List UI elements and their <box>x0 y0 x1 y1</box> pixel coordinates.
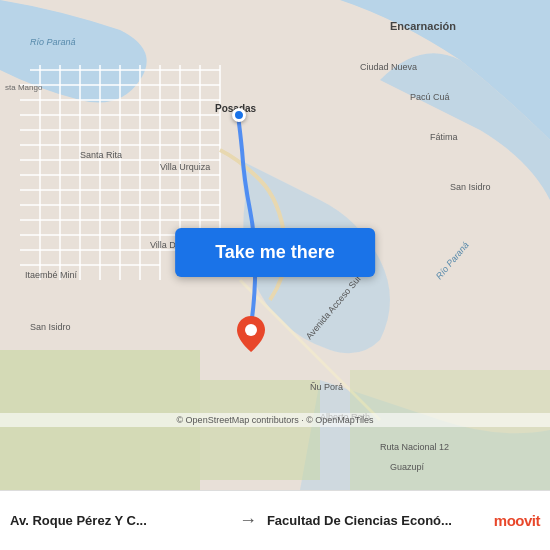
svg-text:sta Mango: sta Mango <box>5 83 43 92</box>
footer-to: Facultad De Ciencias Econó... <box>267 513 486 528</box>
moovit-logo: moovit <box>494 512 540 529</box>
svg-text:Encarnación: Encarnación <box>390 20 456 32</box>
svg-text:Fátima: Fátima <box>430 132 458 142</box>
svg-text:San Isidro: San Isidro <box>30 322 71 332</box>
from-place: Av. Roque Pérez Y C... <box>10 513 229 528</box>
svg-text:Santa Rita: Santa Rita <box>80 150 122 160</box>
map-container: Encarnación Ciudad Nueva Pacú Cuá Fátima… <box>0 0 550 490</box>
destination-pin <box>237 316 265 352</box>
svg-text:Villa Urquiza: Villa Urquiza <box>160 162 210 172</box>
footer-bar: Av. Roque Pérez Y C... → Facultad De Cie… <box>0 490 550 550</box>
take-me-there-button[interactable]: Take me there <box>175 228 375 277</box>
footer-from: Av. Roque Pérez Y C... <box>10 513 229 528</box>
to-place: Facultad De Ciencias Econó... <box>267 513 486 528</box>
svg-text:Itaembé Miní: Itaembé Miní <box>25 270 78 280</box>
svg-text:Ruta Nacional 12: Ruta Nacional 12 <box>380 442 449 452</box>
svg-text:San Isidro: San Isidro <box>450 182 491 192</box>
svg-point-49 <box>245 324 257 336</box>
svg-text:Pacú Cuá: Pacú Cuá <box>410 92 450 102</box>
footer-arrow: → <box>239 510 257 531</box>
svg-text:Río Paraná: Río Paraná <box>30 37 76 47</box>
map-attribution: © OpenStreetMap contributors · © OpenMap… <box>0 413 550 427</box>
svg-text:Guazupí: Guazupí <box>390 462 425 472</box>
svg-text:Ciudad Nueva: Ciudad Nueva <box>360 62 417 72</box>
svg-text:Ñu Porá: Ñu Porá <box>310 382 343 392</box>
svg-rect-29 <box>200 380 320 480</box>
svg-rect-28 <box>350 370 550 490</box>
origin-dot <box>232 108 246 122</box>
moovit-text: moovit <box>494 512 540 529</box>
